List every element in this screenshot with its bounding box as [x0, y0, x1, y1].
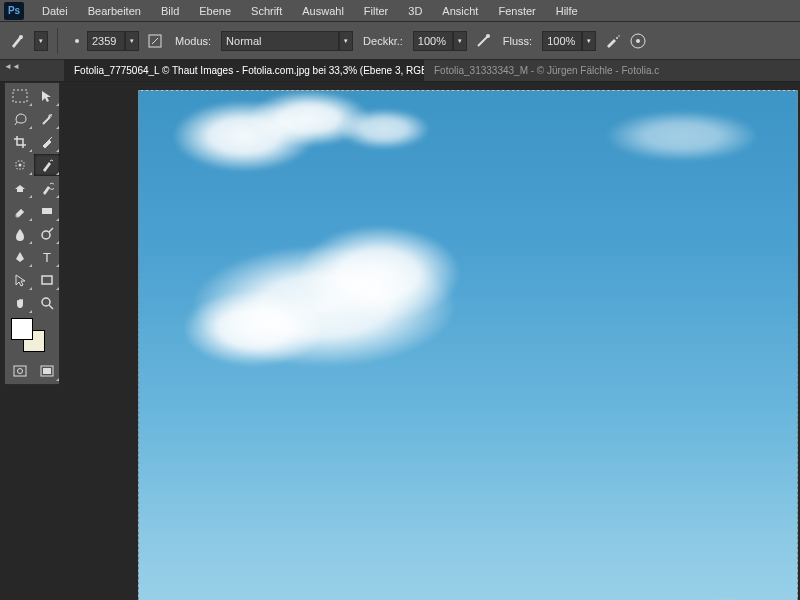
opacity-label: Deckkr.: — [363, 35, 403, 47]
menu-edit[interactable]: Bearbeiten — [78, 2, 151, 20]
document-tab-label: Fotolia_31333343_M - © Jürgen Fälchle - … — [434, 65, 659, 76]
menu-layer[interactable]: Ebene — [189, 2, 241, 20]
svg-point-0 — [19, 35, 23, 39]
color-swatches — [7, 314, 57, 358]
history-brush-tool[interactable] — [34, 177, 60, 199]
brush-size-value[interactable]: 2359 — [87, 31, 125, 51]
menu-3d[interactable]: 3D — [398, 2, 432, 20]
dodge-tool[interactable] — [34, 223, 60, 245]
cloud-graphic — [299, 226, 459, 321]
panel-toggle-icon[interactable]: ◄◄ — [4, 62, 20, 71]
healing-brush-tool[interactable] — [7, 154, 33, 176]
cloud-graphic — [607, 111, 757, 161]
cloud-graphic — [184, 291, 324, 366]
menu-help[interactable]: Hilfe — [546, 2, 588, 20]
zoom-tool[interactable] — [34, 292, 60, 314]
app-logo: Ps — [4, 2, 24, 20]
opacity-dropdown[interactable]: ▾ — [453, 31, 467, 51]
menu-window[interactable]: Fenster — [488, 2, 545, 20]
svg-point-18 — [18, 369, 23, 374]
shape-tool[interactable] — [34, 269, 60, 291]
menu-filter[interactable]: Filter — [354, 2, 398, 20]
clone-stamp-tool[interactable] — [7, 177, 33, 199]
move-tool[interactable] — [34, 85, 60, 107]
document-tab-strip: ◄◄ Fotolia_7775064_L © Thaut Images - Fo… — [0, 60, 800, 82]
tool-preset-dropdown[interactable]: ▾ — [34, 31, 48, 51]
tool-palette: T — [4, 82, 60, 385]
foreground-color-swatch[interactable] — [11, 318, 33, 340]
flow-field[interactable]: 100% ▾ — [542, 31, 596, 51]
svg-point-10 — [19, 164, 22, 167]
svg-rect-15 — [42, 276, 52, 284]
hand-tool[interactable] — [7, 292, 33, 314]
mode-label: Modus: — [175, 35, 211, 47]
opacity-pressure-icon[interactable] — [473, 31, 493, 51]
svg-point-13 — [42, 231, 50, 239]
menu-view[interactable]: Ansicht — [432, 2, 488, 20]
flow-label: Fluss: — [503, 35, 532, 47]
screenmode-toggle[interactable] — [34, 360, 60, 382]
blend-mode-value[interactable]: Normal — [221, 31, 339, 51]
brush-tool[interactable] — [34, 154, 60, 176]
svg-rect-20 — [43, 368, 51, 374]
svg-text:T: T — [43, 250, 51, 264]
svg-rect-11 — [42, 208, 52, 214]
menu-bar: Ps Datei Bearbeiten Bild Ebene Schrift A… — [0, 0, 800, 22]
type-tool[interactable]: T — [34, 246, 60, 268]
work-area: T — [0, 82, 800, 600]
svg-point-4 — [616, 37, 618, 39]
document-tab-label: Fotolia_7775064_L © Thaut Images - Fotol… — [74, 65, 424, 76]
svg-rect-8 — [13, 90, 27, 102]
blur-tool[interactable] — [7, 223, 33, 245]
blend-mode-select[interactable]: Normal ▾ — [221, 31, 353, 51]
pen-tool[interactable] — [7, 246, 33, 268]
svg-point-7 — [636, 39, 640, 43]
svg-rect-17 — [14, 366, 26, 376]
marquee-tool[interactable] — [7, 85, 33, 107]
options-bar: ▾ 2359 ▾ Modus: Normal ▾ Deckkr.: 100% ▾… — [0, 22, 800, 60]
canvas-viewport[interactable] — [138, 90, 800, 600]
opacity-field[interactable]: 100% ▾ — [413, 31, 467, 51]
path-select-tool[interactable] — [7, 269, 33, 291]
svg-point-1 — [75, 39, 79, 43]
quickmask-toggle[interactable] — [7, 360, 33, 382]
brush-panel-toggle-icon[interactable] — [145, 31, 165, 51]
svg-point-3 — [486, 34, 490, 38]
menu-select[interactable]: Auswahl — [292, 2, 354, 20]
menu-file[interactable]: Datei — [32, 2, 78, 20]
magic-wand-tool[interactable] — [34, 108, 60, 130]
svg-point-5 — [618, 35, 620, 37]
document-tab-active[interactable]: Fotolia_7775064_L © Thaut Images - Fotol… — [64, 59, 424, 81]
menu-type[interactable]: Schrift — [241, 2, 292, 20]
eyedropper-tool[interactable] — [34, 131, 60, 153]
document-canvas[interactable] — [138, 90, 798, 600]
menu-image[interactable]: Bild — [151, 2, 189, 20]
svg-point-16 — [42, 298, 50, 306]
brush-size-field[interactable]: 2359 ▾ — [67, 31, 139, 51]
eraser-tool[interactable] — [7, 200, 33, 222]
lasso-tool[interactable] — [7, 108, 33, 130]
gradient-tool[interactable] — [34, 200, 60, 222]
airbrush-icon[interactable] — [602, 31, 622, 51]
blend-mode-dropdown[interactable]: ▾ — [339, 31, 353, 51]
opacity-value[interactable]: 100% — [413, 31, 453, 51]
tablet-pressure-icon[interactable] — [628, 31, 648, 51]
cloud-graphic — [339, 109, 429, 149]
flow-value[interactable]: 100% — [542, 31, 582, 51]
tool-preset-icon[interactable] — [8, 31, 28, 51]
document-tab-inactive[interactable]: Fotolia_31333343_M - © Jürgen Fälchle - … — [424, 59, 669, 81]
crop-tool[interactable] — [7, 131, 33, 153]
flow-dropdown[interactable]: ▾ — [582, 31, 596, 51]
brush-size-dropdown[interactable]: ▾ — [125, 31, 139, 51]
